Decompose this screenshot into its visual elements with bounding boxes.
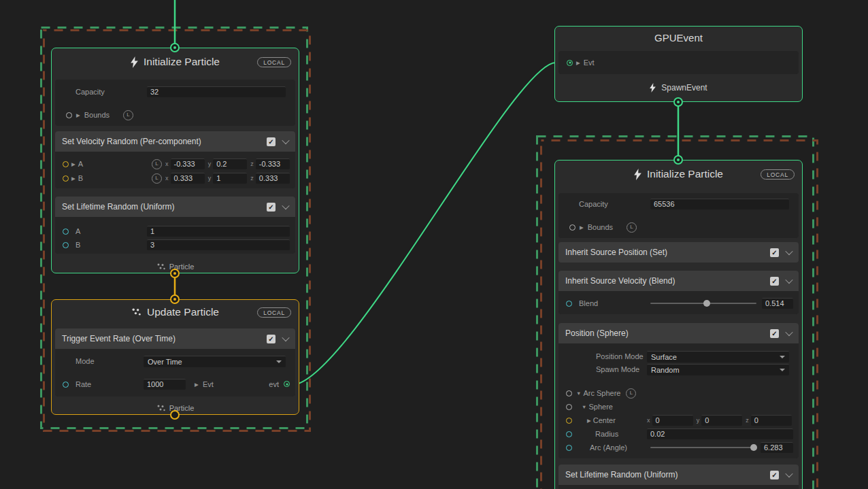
expand-arrow-icon[interactable]: ▶	[76, 112, 80, 118]
x-field[interactable]: 0.333	[171, 173, 205, 184]
evt-output-label: evt	[269, 380, 279, 388]
float-port[interactable]	[566, 445, 572, 451]
block-inherit-source-velocity[interactable]: Inherit Source Velocity (Blend) Blend 0.…	[558, 271, 799, 314]
block-enabled-checkbox[interactable]	[770, 329, 779, 338]
x-field[interactable]: 0	[652, 415, 693, 426]
node-initialize-particle-right[interactable]: Initialize Particle LOCAL Capacity 65536…	[554, 160, 803, 489]
particle-icon	[156, 405, 166, 412]
radius-field[interactable]: 0.02	[647, 428, 793, 439]
initialize-left-spawn-input-port[interactable]	[170, 43, 180, 52]
value-field[interactable]: 1	[147, 226, 290, 237]
bounds-port[interactable]	[569, 224, 575, 231]
initialize-right-spawn-input-port[interactable]	[673, 155, 683, 165]
rate-field[interactable]: 1000	[144, 379, 186, 390]
property-row-b: ▶ B L x0.333 y1 z0.333	[55, 171, 295, 185]
block-set-velocity-random[interactable]: Set Velocity Random (Per-component) ▶ A …	[55, 131, 295, 188]
mode-dropdown[interactable]: Over Time	[144, 356, 286, 367]
link-toggle-icon[interactable]: L	[626, 388, 636, 399]
node-initialize-particle-left[interactable]: Initialize Particle LOCAL Capacity 32 ▶ …	[51, 48, 299, 273]
capacity-field[interactable]: 65536	[650, 199, 789, 209]
position-mode-dropdown[interactable]: Surface	[647, 351, 789, 362]
y-axis-label: y	[208, 161, 212, 167]
block-header[interactable]: Set Lifetime Random (Uniform)	[55, 197, 295, 217]
value-field[interactable]: 3	[147, 239, 290, 250]
expand-arrow-icon[interactable]: ▶	[587, 418, 591, 424]
update-particle-output-port[interactable]	[170, 410, 180, 420]
block-enabled-checkbox[interactable]	[267, 335, 276, 343]
chevron-down-icon[interactable]	[282, 137, 289, 144]
block-enabled-checkbox[interactable]	[770, 277, 779, 286]
evt-output-port[interactable]	[284, 381, 290, 387]
node-gpu-event[interactable]: GPUEvent ▶ Evt SpawnEvent	[554, 26, 803, 102]
chevron-down-icon[interactable]	[785, 276, 792, 284]
vector3-port[interactable]	[566, 418, 572, 424]
arc-angle-slider-thumb[interactable]	[750, 444, 757, 451]
float-port[interactable]	[63, 229, 69, 235]
block-header[interactable]: Trigger Event Rate (Over Time)	[55, 328, 295, 349]
initialize-left-particle-output-port[interactable]	[170, 269, 180, 278]
x-field[interactable]: -0.333	[171, 158, 205, 169]
foldout-arrow-icon[interactable]: ▼	[576, 390, 581, 397]
chevron-down-icon[interactable]	[785, 248, 792, 255]
update-particle-input-port[interactable]	[170, 294, 180, 304]
block-inherit-source-position[interactable]: Inherit Source Position (Set)	[558, 242, 799, 263]
blend-slider-thumb[interactable]	[703, 300, 710, 307]
expand-arrow-icon[interactable]: ▶	[71, 175, 76, 182]
link-toggle-icon[interactable]: L	[152, 159, 162, 169]
block-header[interactable]: Inherit Source Velocity (Blend)	[558, 271, 799, 291]
expand-arrow-icon[interactable]: ▶	[580, 224, 584, 231]
arc-angle-field[interactable]: 6.283	[761, 442, 793, 453]
bounds-port[interactable]	[66, 112, 72, 118]
block-enabled-checkbox[interactable]	[267, 137, 276, 146]
vector3-port[interactable]	[63, 175, 69, 182]
vector3-fields: x-0.333 y0.2 z-0.333	[165, 157, 290, 171]
arc-sphere-port[interactable]	[566, 390, 572, 397]
chevron-down-icon[interactable]	[282, 334, 289, 341]
block-set-lifetime-random[interactable]: Set Lifetime Random (Uniform)	[558, 465, 799, 489]
capacity-field[interactable]: 32	[147, 86, 286, 97]
foldout-arrow-icon[interactable]: ▼	[582, 404, 586, 410]
link-toggle-icon[interactable]: L	[123, 110, 133, 120]
chevron-down-icon[interactable]	[785, 470, 792, 477]
block-set-lifetime-random[interactable]: Set Lifetime Random (Uniform) A 1 B 3	[55, 197, 295, 254]
y-field[interactable]: 0	[701, 415, 742, 426]
block-header[interactable]: Set Lifetime Random (Uniform)	[558, 465, 799, 485]
node-update-particle[interactable]: Update Particle LOCAL Trigger Event Rate…	[51, 299, 299, 415]
block-header[interactable]: Position (Sphere)	[558, 323, 799, 343]
float-port[interactable]	[63, 242, 69, 248]
float-port[interactable]	[63, 382, 69, 388]
link-toggle-icon[interactable]: L	[152, 173, 162, 184]
block-header[interactable]: Inherit Source Position (Set)	[558, 242, 799, 263]
float-port[interactable]	[566, 431, 572, 437]
block-enabled-checkbox[interactable]	[267, 203, 276, 212]
block-enabled-checkbox[interactable]	[770, 248, 779, 257]
block-enabled-checkbox[interactable]	[770, 471, 779, 479]
block-position-sphere[interactable]: Position (Sphere) Position Mode Surface …	[558, 323, 799, 458]
link-toggle-icon[interactable]: L	[627, 222, 637, 233]
gpuevent-spawn-output-port[interactable]	[673, 97, 683, 107]
blend-field[interactable]: 0.514	[762, 298, 793, 309]
chevron-down-icon[interactable]	[282, 202, 289, 209]
z-field[interactable]: 0	[751, 415, 792, 426]
y-field[interactable]: 0.2	[213, 158, 247, 169]
x-axis-label: x	[647, 417, 650, 424]
arc-angle-slider[interactable]	[650, 447, 755, 448]
float-port[interactable]	[566, 301, 572, 307]
mode-label: Mode	[76, 357, 95, 365]
bounds-label: Bounds	[84, 111, 110, 119]
block-header[interactable]: Set Velocity Random (Per-component)	[55, 131, 295, 152]
edge-evt-to-gpuevent[interactable]	[292, 63, 556, 385]
z-field[interactable]: 0.333	[256, 173, 290, 184]
expand-arrow-icon[interactable]: ▶	[71, 161, 76, 167]
spawn-event-label: SpawnEvent	[661, 83, 707, 92]
z-field[interactable]: -0.333	[256, 158, 290, 169]
spawn-mode-dropdown[interactable]: Random	[647, 364, 789, 375]
vector3-port[interactable]	[63, 161, 69, 167]
y-field[interactable]: 1	[213, 173, 247, 184]
property-row-a: ▶ A L x-0.333 y0.2 z-0.333	[55, 157, 295, 171]
chevron-down-icon[interactable]	[785, 328, 792, 336]
sphere-port[interactable]	[566, 404, 572, 410]
evt-input-port[interactable]	[567, 60, 573, 66]
blend-slider[interactable]	[650, 303, 756, 304]
block-trigger-event-rate[interactable]: Trigger Event Rate (Over Time) Mode Over…	[55, 328, 295, 397]
